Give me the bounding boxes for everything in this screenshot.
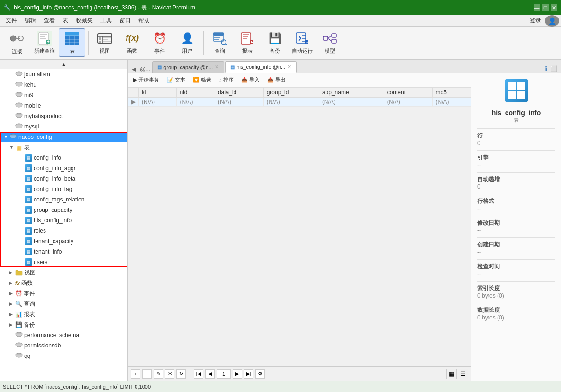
tab-close-icon[interactable]: ✕ [287,64,291,70]
col-header-app-name[interactable]: app_name [319,88,384,98]
sidebar-item-mobile[interactable]: mobile [0,100,127,111]
toolbar-function[interactable]: f(x) 函数 [119,28,145,57]
sidebar-item-mi9[interactable]: mi9 [0,90,127,100]
sidebar-item-performance-schema[interactable]: performance_schema [0,330,127,340]
toolbar-view[interactable]: 视图 [91,28,118,57]
filter-button[interactable]: 🔽 筛选 [190,74,215,86]
prev-page-button[interactable]: ◀ [205,369,215,379]
user-avatar[interactable]: 👤 [545,15,559,27]
menu-edit[interactable]: 编辑 [21,16,40,26]
toolbar-query[interactable]: 查询 [207,28,233,57]
sidebar-item-config-info[interactable]: ▦ config_info [0,153,127,163]
menu-view[interactable]: 查看 [40,16,59,26]
text-button[interactable]: 📝 文本 [163,74,189,86]
sidebar-item-roles[interactable]: ▦ roles [0,226,127,236]
delete-record-button[interactable]: − [142,369,152,379]
refresh-button[interactable]: ↻ [176,369,186,379]
login-button[interactable]: 登录 [526,16,545,26]
sidebar-item-events-folder[interactable]: ▶ ⏰ 事件 [0,288,127,299]
scroll-up-button[interactable]: ▲ [0,60,127,69]
toolbar-table[interactable]: 表 [59,28,85,57]
sidebar-item-tenant-capacity[interactable]: ▦ tenant_capacity [0,236,127,246]
toolbar-connect[interactable]: 连接 [4,28,30,57]
col-header-content[interactable]: content [384,88,433,98]
svg-rect-32 [243,36,248,37]
sidebar-item-group-capacity[interactable]: ▦ group_capacity [0,205,127,215]
first-page-button[interactable]: |◀ [194,369,203,379]
rp-rows-section: 行 0 [477,132,555,146]
tab-his-config-info[interactable]: ▦ his_config_info @n... ✕ [225,61,297,73]
toolbar-model[interactable]: 模型 [317,28,343,57]
menu-file[interactable]: 文件 [2,16,21,26]
data-table-container: id nid data_id group_id app_name content… [128,87,471,366]
toolbar-report[interactable]: 报表 [234,28,261,57]
sidebar-item-backup-folder[interactable]: ▶ 💾 备份 [0,319,127,330]
import-button[interactable]: 📥 导入 [238,74,263,86]
sidebar-item-mysql[interactable]: mysql [0,121,127,132]
sidebar-item-label: mi9 [24,92,33,99]
sidebar-item-config-info-beta[interactable]: ▦ config_info_beta [0,173,127,184]
tab-group-capacity[interactable]: ▦ group_capacity @n... ✕ [152,61,224,73]
sort-button[interactable]: ↕ 排序 [216,74,237,86]
export-button[interactable]: 📤 导出 [264,74,289,86]
next-page-button[interactable]: ▶ [233,369,242,379]
sidebar-item-queries-folder[interactable]: ▶ 🔍 查询 [0,299,127,309]
rp-divider-4 [477,194,555,194]
page-settings-button[interactable]: ⚙ [255,369,265,379]
start-transaction-button[interactable]: ▶ 开始事务 [130,74,163,86]
table-row[interactable]: ▶ (N/A) (N/A) (N/A) (N/A) (N/A) (N/A) (N… [128,98,471,107]
discard-button[interactable]: ✕ [165,369,174,379]
separator [190,370,190,378]
menu-table[interactable]: 表 [59,16,72,26]
col-header-nid[interactable]: nid [177,88,215,98]
grid-view-button[interactable]: ▦ [446,369,457,379]
toolbar-event[interactable]: ⏰ 事件 [146,28,173,57]
sidebar-item-journalism[interactable]: journalism [0,69,127,80]
queries-folder-label: 查询 [24,300,35,308]
rp-row-format-label: 行格式 [477,197,555,205]
sidebar-item-permissionsdb[interactable]: permissionsdb [0,340,127,351]
maximize-icon[interactable]: ⬜ [550,65,557,72]
maximize-button[interactable]: □ [542,4,549,11]
toolbar-auto-run[interactable]: ✓ 自动运行 [289,28,316,57]
sidebar-item-config-info-aggr[interactable]: ▦ config_info_aggr [0,163,127,173]
menu-help[interactable]: 帮助 [135,16,154,26]
edit-record-button[interactable]: ✎ [154,369,163,379]
col-header-group-id[interactable]: group_id [263,88,319,98]
table-icon: ▦ [25,248,32,255]
last-page-button[interactable]: ▶| [244,369,253,379]
new-query-label: 新建查询 [34,47,55,55]
sidebar-item-tenant-info[interactable]: ▦ tenant_info [0,246,127,257]
sidebar-item-nacos-config[interactable]: ▼ nacos_config [0,132,127,142]
col-header-id[interactable]: id [139,88,177,98]
close-button[interactable]: ✕ [551,4,557,11]
sidebar-item-qq[interactable]: qq [0,351,127,361]
col-header-md5[interactable]: md5 [433,88,471,98]
form-view-button[interactable]: ☰ [458,369,468,379]
tab-nav-left[interactable]: ◀ [130,66,138,73]
sidebar-item-reports-folder[interactable]: ▶ 📊 报表 [0,309,127,319]
info-icon[interactable]: ℹ [545,65,547,73]
tab-close-icon[interactable]: ✕ [215,64,219,70]
menu-window[interactable]: 窗口 [116,16,135,26]
sidebar-item-users[interactable]: ▦ users [0,257,127,267]
add-record-button[interactable]: + [131,369,140,379]
menu-favorites[interactable]: 收藏夹 [72,16,97,26]
folder-label: 表 [24,144,30,152]
toolbar-backup[interactable]: 💾 备份 [262,28,288,57]
sidebar-item-config-info-tag[interactable]: ▦ config_info_tag [0,184,127,194]
minimize-button[interactable]: — [534,4,540,11]
sort-icon: ↕ [219,77,222,83]
sidebar-item-views-folder[interactable]: ▶ 视图 [0,267,127,278]
col-header-data-id[interactable]: data_id [215,88,263,98]
sidebar-item-config-tags-relation[interactable]: ▦ config_tags_relation [0,194,127,205]
sidebar-item-functions-folder[interactable]: ▶ fx 函数 [0,278,127,288]
toolbar-new-query[interactable]: + 新建查询 [31,28,58,57]
sidebar-item-mybatisproduct[interactable]: mybatisproduct [0,111,127,121]
page-number-input[interactable] [217,369,231,379]
sidebar-item-his-config-info[interactable]: ▦ his_config_info [0,215,127,226]
sidebar-item-kehu[interactable]: kehu [0,80,127,90]
menu-tools[interactable]: 工具 [97,16,116,26]
toolbar-user[interactable]: 👤 用户 [174,28,200,57]
sidebar-item-tables-folder[interactable]: ▼ ▦ 表 [0,142,127,153]
